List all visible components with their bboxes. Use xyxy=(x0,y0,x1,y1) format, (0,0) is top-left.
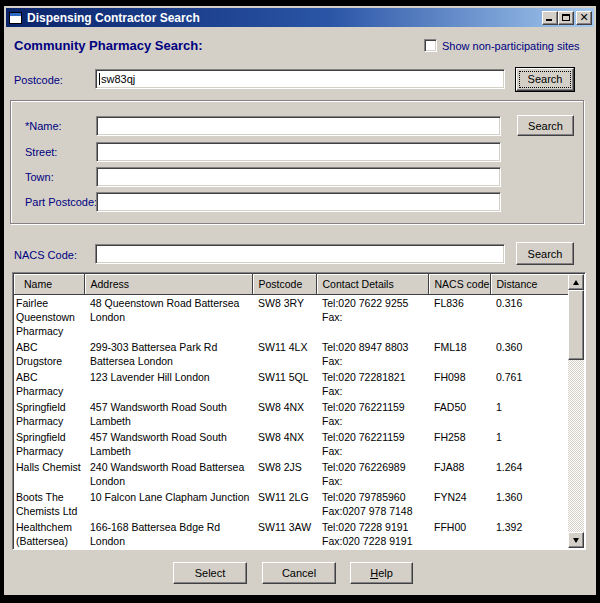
cell-fax: Fax: xyxy=(322,444,426,458)
table-row[interactable]: Healthchem (Battersea) Ltd 166-168 Batte… xyxy=(14,519,568,549)
cell-tel: Tel:020 7622 9255 xyxy=(322,296,426,310)
close-button[interactable]: ✕ xyxy=(576,11,592,25)
table-row[interactable]: ABC Pharmacy 123 Lavender Hill London SW… xyxy=(14,369,568,399)
cell-distance: 1 xyxy=(490,399,568,429)
table-row[interactable]: Boots The Chemists Ltd 10 Falcon Lane Cl… xyxy=(14,489,568,519)
cell-name: Springfield Pharmacy xyxy=(14,399,84,429)
scrollbar-down-button[interactable] xyxy=(568,532,584,548)
window-title: Dispensing Contractor Search xyxy=(27,11,200,25)
cell-name: Healthchem (Battersea) Ltd xyxy=(14,519,84,549)
cell-postcode: SW8 4NX xyxy=(252,399,316,429)
select-button-label: Select xyxy=(195,567,226,579)
cell-tel: Tel:020 72281821 xyxy=(322,370,426,384)
cell-address: 10 Falcon Lane Clapham Junction xyxy=(84,489,252,519)
maximize-button[interactable] xyxy=(558,11,574,25)
minimize-button[interactable] xyxy=(542,11,558,25)
cell-postcode: SW8 4NX xyxy=(252,429,316,459)
postcode-search-button[interactable]: Search xyxy=(516,68,574,91)
cell-name: ABC Drugstore xyxy=(14,339,84,369)
cell-distance: 1 xyxy=(490,429,568,459)
part-postcode-label: Part Postcode: xyxy=(25,196,97,208)
close-icon: ✕ xyxy=(579,12,588,23)
cell-postcode: SW11 3AW xyxy=(252,519,316,549)
postcode-label: Postcode: xyxy=(14,74,63,86)
column-header-address[interactable]: Address xyxy=(84,274,252,294)
cell-nacs-code: FAD50 xyxy=(428,399,490,429)
cell-address: 123 Lavender Hill London xyxy=(84,369,252,399)
table-row[interactable]: Springfield Pharmacy 457 Wandsworth Road… xyxy=(14,399,568,429)
cell-contact-details: Tel:020 76226989 Fax: xyxy=(316,459,428,489)
window-controls: ✕ xyxy=(542,11,592,25)
cell-nacs-code: FML18 xyxy=(428,339,490,369)
vertical-scrollbar[interactable] xyxy=(568,274,584,548)
cell-postcode: SW11 5QL xyxy=(252,369,316,399)
postcode-value: sw83qj xyxy=(101,73,135,85)
cell-name: Fairlee Queenstown Pharmacy xyxy=(14,294,84,339)
screen: { "window": { "title": "Dispensing Contr… xyxy=(0,0,600,603)
cell-contact-details: Tel:020 8947 8803 Fax: xyxy=(316,339,428,369)
dialog-window: Dispensing Contractor Search ✕ Community… xyxy=(4,6,596,595)
cell-address: 299-303 Battersea Park Rd Battersea Lond… xyxy=(84,339,252,369)
nacs-search-button[interactable]: Search xyxy=(516,242,574,265)
cell-nacs-code: FL836 xyxy=(428,294,490,339)
cell-distance: 1.392 xyxy=(490,519,568,549)
cell-postcode: SW11 2LG xyxy=(252,489,316,519)
postcode-input[interactable]: sw83qj xyxy=(95,69,505,89)
name-input[interactable] xyxy=(96,116,501,136)
cell-fax: Fax:0207 978 7148 xyxy=(322,504,426,518)
cell-nacs-code: FH098 xyxy=(428,369,490,399)
cell-nacs-code: FH258 xyxy=(428,429,490,459)
table-header-row: Name Address Postcode Contact Details NA… xyxy=(14,274,568,294)
postcode-search-label: Search xyxy=(519,71,572,88)
cell-fax: Fax: xyxy=(322,414,426,428)
part-postcode-input[interactable] xyxy=(96,192,501,212)
nacs-search-label: Search xyxy=(528,248,563,260)
cell-address: 48 Queenstown Road Battersea London xyxy=(84,294,252,339)
cell-tel: Tel:020 76226989 xyxy=(322,460,426,474)
scroll-up-icon xyxy=(573,280,579,285)
column-header-distance[interactable]: Distance xyxy=(490,274,568,294)
cell-tel: Tel:020 79785960 xyxy=(322,490,426,504)
table-row[interactable]: ABC Drugstore 299-303 Battersea Park Rd … xyxy=(14,339,568,369)
column-header-postcode[interactable]: Postcode xyxy=(252,274,316,294)
cell-address: 240 Wandsworth Road Battersea London xyxy=(84,459,252,489)
cell-name: Springfield Pharmacy xyxy=(14,429,84,459)
cell-address: 166-168 Battersea Bdge Rd London xyxy=(84,519,252,549)
cancel-button[interactable]: Cancel xyxy=(262,562,336,584)
table-row[interactable]: Springfield Pharmacy 457 Wandsworth Road… xyxy=(14,429,568,459)
cell-distance: 1.360 xyxy=(490,489,568,519)
application-icon xyxy=(9,12,22,24)
cell-distance: 1.264 xyxy=(490,459,568,489)
cell-fax: Fax: xyxy=(322,474,426,488)
column-header-name[interactable]: Name xyxy=(14,274,84,294)
town-input[interactable] xyxy=(96,167,501,187)
checkbox-label: Show non-participating sites xyxy=(442,40,580,52)
cell-tel: Tel:020 76221159 xyxy=(322,400,426,414)
select-button[interactable]: Select xyxy=(173,562,247,584)
street-input[interactable] xyxy=(96,142,501,162)
table-row[interactable]: Halls Chemist 240 Wandsworth Road Batter… xyxy=(14,459,568,489)
table-row[interactable]: Fairlee Queenstown Pharmacy 48 Queenstow… xyxy=(14,294,568,339)
cell-postcode: SW8 2JS xyxy=(252,459,316,489)
cell-postcode: SW8 3RY xyxy=(252,294,316,339)
cell-address: 457 Wandsworth Road South Lambeth xyxy=(84,429,252,459)
titlebar[interactable]: Dispensing Contractor Search ✕ xyxy=(6,8,594,27)
cell-name: Halls Chemist xyxy=(14,459,84,489)
column-header-nacs-code[interactable]: NACS code xyxy=(428,274,490,294)
scrollbar-thumb[interactable] xyxy=(568,290,584,360)
scrollbar-up-button[interactable] xyxy=(568,274,584,290)
cell-fax: Fax: xyxy=(322,354,426,368)
show-non-participating-checkbox[interactable] xyxy=(424,39,437,52)
name-search-group: *Name: Search Street: Town: Part Postcod… xyxy=(10,100,584,224)
cancel-button-label: Cancel xyxy=(282,567,316,579)
name-search-button[interactable]: Search xyxy=(517,115,574,136)
cell-contact-details: Tel:020 79785960 Fax:0207 978 7148 xyxy=(316,489,428,519)
column-header-contact-details[interactable]: Contact Details xyxy=(316,274,428,294)
results-grid: Name Address Postcode Contact Details NA… xyxy=(14,274,568,548)
name-label: *Name: xyxy=(25,120,62,132)
cell-contact-details: Tel:020 72281821 Fax: xyxy=(316,369,428,399)
cell-tel: Tel:020 8947 8803 xyxy=(322,340,426,354)
nacs-code-input[interactable] xyxy=(95,244,505,264)
show-non-participating-sites[interactable]: Show non-participating sites xyxy=(424,39,580,52)
help-button[interactable]: Help xyxy=(350,562,413,584)
